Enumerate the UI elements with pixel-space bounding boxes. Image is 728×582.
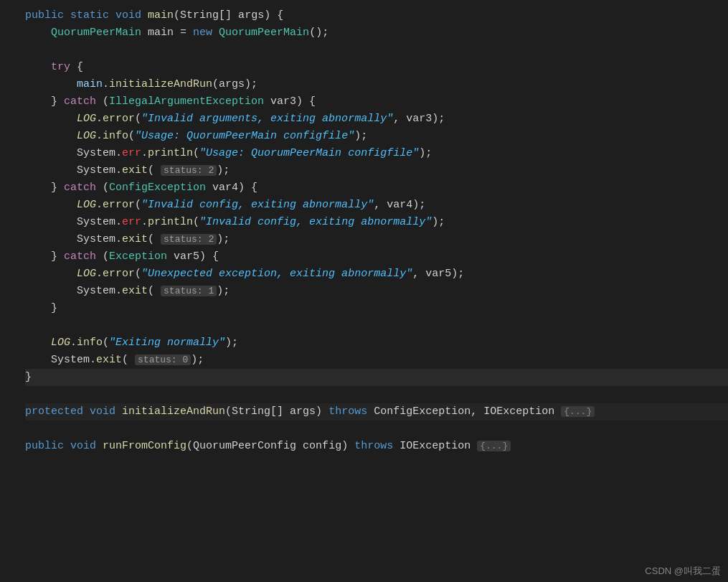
code-line-9: System.err.println("Usage: QuorumPeerMai… <box>25 145 728 162</box>
code-line-14: System.exit( status: 2); <box>25 231 728 248</box>
watermark-text: CSDN @叫我二蛋 <box>645 565 721 576</box>
code-line-13: System.err.println("Invalid config, exit… <box>25 214 728 231</box>
code-line-11: } catch (ConfigException var4) { <box>25 179 728 197</box>
code-line-8: LOG.info("Usage: QuorumPeerMain configfi… <box>25 128 728 145</box>
code-line-22: } <box>25 369 728 386</box>
watermark: CSDN @叫我二蛋 <box>638 561 728 582</box>
code-line-7: LOG.error("Invalid arguments, exiting ab… <box>25 111 728 128</box>
code-editor: public static void main(String[] args) {… <box>0 0 728 582</box>
code-line-18: } <box>25 300 728 317</box>
code-line-12: LOG.error("Invalid config, exiting abnor… <box>25 197 728 214</box>
code-content: public static void main(String[] args) {… <box>0 0 728 462</box>
code-line-10: System.exit( status: 2); <box>25 162 728 179</box>
code-line-15: } catch (Exception var5) { <box>25 248 728 266</box>
code-line-5: main.initializeAndRun(args); <box>25 76 728 93</box>
code-line-23 <box>25 386 728 403</box>
code-line-16: LOG.error("Unexpected exception, exiting… <box>25 266 728 283</box>
code-line-2: QuorumPeerMain main = new QuorumPeerMain… <box>25 24 728 42</box>
code-line-25 <box>25 421 728 438</box>
code-line-6: } catch (IllegalArgumentException var3) … <box>25 93 728 111</box>
code-line-3 <box>25 42 728 59</box>
code-line-19 <box>25 317 728 334</box>
code-line-20: LOG.info("Exiting normally"); <box>25 334 728 352</box>
code-line-17: System.exit( status: 1); <box>25 283 728 300</box>
code-line-1: public static void main(String[] args) { <box>25 7 728 24</box>
code-line-4: try { <box>25 59 728 76</box>
code-line-21: System.exit( status: 0); <box>25 352 728 369</box>
code-line-26: public void runFromConfig(QuorumPeerConf… <box>25 438 728 455</box>
code-line-24: protected void initializeAndRun(String[]… <box>25 403 728 421</box>
